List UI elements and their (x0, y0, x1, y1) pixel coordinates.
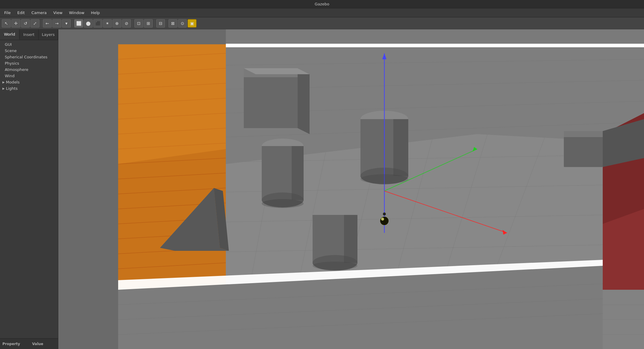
sun-light-tool[interactable]: ⊕ (112, 19, 121, 28)
tree-item-spherical-coords[interactable]: Spherical Coordinates (0, 54, 58, 60)
tree-item-lights[interactable]: ▶ Lights (0, 85, 58, 92)
menu-edit[interactable]: Edit (14, 10, 28, 16)
svg-marker-48 (226, 44, 644, 47)
tab-layers[interactable]: Layers (39, 29, 58, 40)
tab-insert[interactable]: Insert (19, 29, 39, 40)
svg-marker-42 (118, 44, 226, 164)
menu-view[interactable]: View (50, 10, 66, 16)
tree-item-gui[interactable]: GUI (0, 41, 58, 48)
svg-point-91 (383, 213, 386, 216)
translate-tool[interactable]: ✛ (11, 19, 20, 28)
menu-help[interactable]: Help (88, 10, 103, 16)
scene-svg (58, 29, 644, 349)
rotate-tool[interactable]: ↺ (21, 19, 30, 28)
tab-bar: World Insert Layers (0, 29, 58, 40)
save-world-tool[interactable]: ⊠ (168, 19, 177, 28)
paste-tool[interactable]: ⊞ (144, 19, 153, 28)
undo-button[interactable]: ← (43, 19, 52, 28)
sep2 (72, 20, 73, 27)
app-title: Gazebo (315, 2, 329, 6)
menu-camera[interactable]: Camera (28, 10, 50, 16)
sep3 (133, 20, 133, 27)
viewport[interactable] (58, 29, 644, 349)
svg-point-92 (262, 199, 304, 208)
menu-bar: File Edit Camera View Window Help (0, 8, 644, 17)
scale-tool[interactable]: ⤢ (31, 19, 39, 28)
svg-marker-61 (244, 77, 298, 128)
menu-window[interactable]: Window (66, 10, 87, 16)
property-panel: Property Value (0, 338, 58, 349)
sep1 (41, 20, 41, 27)
svg-point-94 (313, 262, 357, 270)
point-light-tool[interactable]: ✴ (103, 19, 112, 28)
cylinder-tool[interactable]: ⬛ (93, 19, 102, 28)
joint-tool[interactable]: ⊟ (156, 19, 165, 28)
tree-item-physics[interactable]: Physics (0, 60, 58, 66)
models-arrow: ▶ (2, 81, 5, 84)
svg-rect-74 (393, 119, 408, 176)
svg-rect-78 (344, 215, 357, 263)
spot-light-tool[interactable]: ⊘ (122, 19, 131, 28)
svg-marker-65 (564, 131, 603, 137)
redo-button[interactable]: → (52, 19, 61, 28)
left-panel: World Insert Layers GUI Scene Spherical … (0, 29, 58, 349)
svg-point-90 (381, 218, 384, 221)
toolbar: ↖ ✛ ↺ ⤢ ← → ▾ ⬜ ⬤ ⬛ ✴ ⊕ ⊘ ⊡ ⊞ ⊟ ⊠ ⊙ ▣ (0, 17, 644, 29)
value-col-header: Value (32, 342, 43, 346)
svg-point-93 (360, 174, 408, 184)
tree-item-atmosphere[interactable]: Atmosphere (0, 66, 58, 73)
tree-item-scene[interactable]: Scene (0, 48, 58, 54)
sep4 (154, 20, 155, 27)
title-bar: Gazebo (0, 0, 644, 8)
lights-arrow: ▶ (2, 87, 5, 90)
svg-point-89 (380, 217, 389, 225)
redo-dropdown[interactable]: ▾ (62, 19, 71, 28)
property-col-header: Property (2, 342, 20, 346)
tree-item-wind[interactable]: Wind (0, 73, 58, 79)
svg-rect-70 (292, 146, 304, 200)
sep5 (167, 20, 167, 27)
main-layout: World Insert Layers GUI Scene Spherical … (0, 29, 644, 349)
screenshot-tool[interactable]: ⊙ (178, 19, 187, 28)
svg-marker-62 (298, 68, 310, 134)
select-tool[interactable]: ↖ (2, 19, 11, 28)
copy-tool[interactable]: ⊡ (134, 19, 143, 28)
tab-world[interactable]: World (0, 29, 19, 40)
log-tool[interactable]: ▣ (188, 19, 197, 28)
tree-panel: GUI Scene Spherical Coordinates Physics … (0, 40, 58, 338)
tree-item-models[interactable]: ▶ Models (0, 79, 58, 85)
menu-file[interactable]: File (1, 10, 14, 16)
sphere-tool[interactable]: ⬤ (84, 19, 93, 28)
box-tool[interactable]: ⬜ (74, 19, 83, 28)
